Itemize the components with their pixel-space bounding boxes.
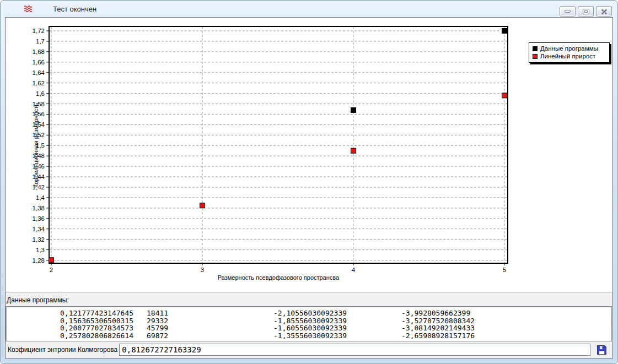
svg-text:3: 3 [201, 267, 204, 273]
data-cell: -3,52707520808342 [401, 317, 475, 325]
data-cell: 0,257802806826614 [60, 332, 147, 340]
legend-swatch-icon [533, 54, 538, 59]
data-cell: -3,9928059662399 [401, 309, 470, 317]
x-axis-title: Размерность псевдофазового пространсва [49, 274, 508, 281]
window-controls [560, 6, 612, 17]
results-panel: Данные программы: 0,12177742314764518411… [6, 293, 612, 358]
program-data-label: Данные программы: [7, 296, 69, 304]
svg-text:1,28: 1,28 [33, 257, 45, 264]
data-cell: 0,200777027834573 [60, 324, 147, 332]
svg-text:1,72: 1,72 [33, 28, 45, 34]
svg-text:1,36: 1,36 [33, 215, 45, 222]
data-cell: 29332 [147, 317, 273, 325]
data-row: 0,15636530650031529332-1,85556030092339-… [60, 317, 611, 325]
app-icon [24, 4, 33, 13]
svg-text:1,38: 1,38 [33, 205, 45, 211]
maximize-button[interactable] [578, 6, 594, 17]
data-cell: 0,156365306500315 [60, 317, 147, 325]
title-bar[interactable]: Тест окончен [1, 1, 617, 17]
data-cell: 69872 [147, 332, 273, 340]
data-cell: -2,10556030092339 [273, 309, 401, 317]
svg-text:5: 5 [503, 267, 506, 273]
app-window: Тест окончен 1,281,31,321,341,361,381,41… [0, 0, 618, 364]
legend-swatch-icon [533, 46, 538, 51]
scatter-plot: 1,281,31,321,341,361,381,41,421,441,461,… [6, 18, 613, 292]
legend-item: Линейный прирост [533, 52, 607, 60]
svg-text:1,6: 1,6 [36, 90, 45, 97]
entropy-coefficient-input[interactable] [119, 344, 590, 356]
svg-text:4: 4 [352, 267, 356, 273]
data-cell: 45799 [147, 324, 273, 332]
floppy-disk-icon [596, 344, 608, 356]
minimize-button[interactable] [560, 6, 576, 17]
window-title: Тест окончен [53, 5, 96, 13]
program-data-textarea[interactable]: 0,12177742314764518411-2,10556030092339-… [6, 306, 612, 341]
legend-item: Данные программы [533, 45, 607, 52]
svg-text:1,64: 1,64 [33, 69, 45, 76]
y-axis-title: Корреляционная размерность [33, 103, 39, 188]
data-cell: -1,85556030092339 [273, 317, 401, 325]
entropy-coefficient-label: Коэфициент энтропии Колмогорова [8, 346, 117, 354]
svg-text:2: 2 [50, 267, 53, 273]
data-cell: -1,35556030092339 [273, 332, 401, 340]
data-cell: -2,65908928157176 [401, 332, 475, 340]
svg-text:1,32: 1,32 [33, 236, 45, 243]
data-row: 0,25780280682661469872-1,35556030092339-… [60, 332, 611, 340]
save-button[interactable] [595, 343, 608, 356]
data-row: 0,12177742314764518411-2,10556030092339-… [60, 309, 611, 317]
svg-text:1,62: 1,62 [33, 80, 45, 86]
bottom-bar: Коэфициент энтропии Колмогорова [6, 341, 612, 358]
close-button[interactable] [596, 6, 612, 17]
svg-text:1,66: 1,66 [33, 59, 45, 66]
legend-label: Линейный прирост [540, 53, 595, 59]
close-icon [601, 9, 608, 14]
client-area: 1,281,31,321,341,361,381,41,421,441,461,… [5, 17, 613, 358]
chart-legend: Данные программыЛинейный прирост [529, 42, 610, 63]
maximize-icon [583, 9, 589, 14]
minimize-icon [565, 10, 571, 13]
data-cell: 18411 [147, 309, 273, 317]
data-row: 0,20077702783457345799-1,60556030092339-… [60, 324, 611, 332]
svg-text:1,7: 1,7 [36, 38, 45, 45]
chart-panel: 1,281,31,321,341,361,381,41,421,441,461,… [6, 18, 612, 292]
legend-label: Данные программы [540, 45, 598, 52]
svg-text:1,68: 1,68 [33, 48, 45, 55]
svg-text:1,34: 1,34 [33, 226, 45, 232]
data-cell: -3,08149202149433 [401, 324, 475, 332]
data-cell: 0,121777423147645 [60, 309, 147, 317]
svg-text:1,4: 1,4 [36, 194, 45, 201]
svg-text:1,3: 1,3 [36, 247, 45, 253]
data-cell: -1,60556030092339 [273, 324, 401, 332]
